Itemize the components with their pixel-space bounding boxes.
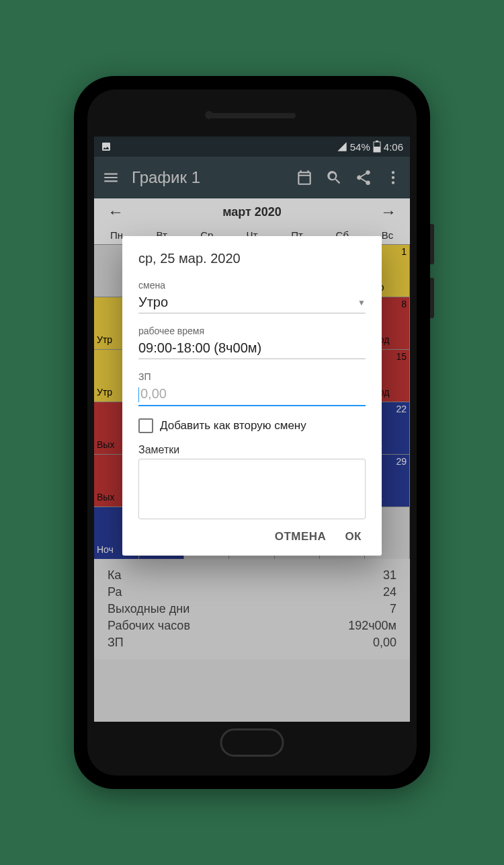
phone-camera <box>205 111 213 119</box>
screen: 54% 4:06 График 1 ← март 2020 → <box>94 137 410 722</box>
side-button <box>430 278 434 318</box>
shift-dialog: ср, 25 мар. 2020 смена Утро ▼ рабочее вр… <box>122 236 382 556</box>
shift-select[interactable]: Утро ▼ <box>138 292 366 313</box>
home-button[interactable] <box>220 728 284 757</box>
phone-speaker <box>208 113 296 118</box>
add-second-shift-label: Добавить как вторую смену <box>160 419 306 432</box>
zp-label: ЗП <box>138 371 366 382</box>
worktime-field[interactable]: 09:00-18:00 (8ч00м) <box>138 338 366 359</box>
notes-label: Заметки <box>138 444 366 456</box>
cancel-button[interactable]: ОТМЕНА <box>275 530 327 543</box>
shift-label: смена <box>138 280 366 291</box>
chevron-down-icon: ▼ <box>358 298 366 307</box>
zp-input[interactable]: 0,00 <box>138 383 366 406</box>
ok-button[interactable]: ОК <box>345 530 362 543</box>
dialog-title: ср, 25 мар. 2020 <box>138 251 366 266</box>
worktime-label: рабочее время <box>138 326 366 336</box>
notes-textarea[interactable] <box>138 459 366 519</box>
phone-frame: 54% 4:06 График 1 ← март 2020 → <box>74 76 430 789</box>
side-button <box>430 224 434 264</box>
checkbox[interactable] <box>138 418 153 433</box>
add-second-shift-row[interactable]: Добавить как вторую смену <box>138 418 366 433</box>
